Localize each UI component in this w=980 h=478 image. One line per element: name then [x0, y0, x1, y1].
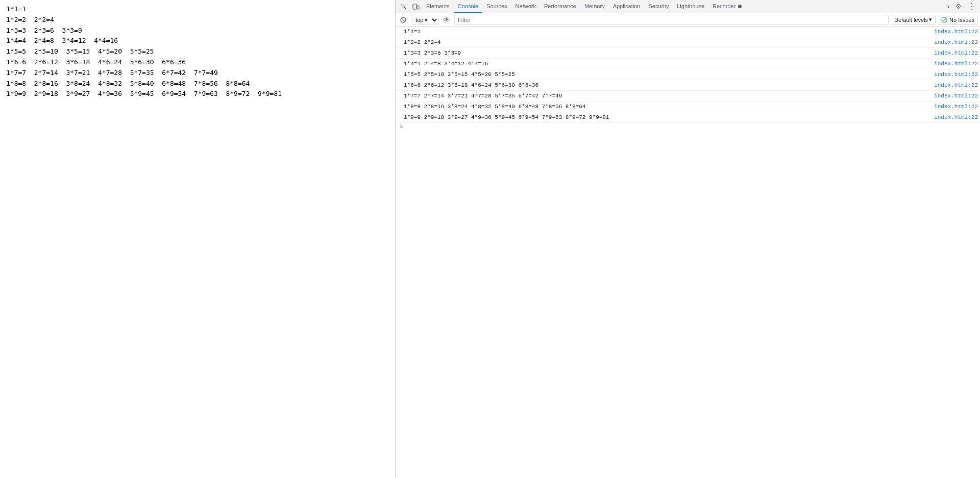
devtools-tab-console[interactable]: Console	[454, 0, 482, 13]
console-row-source[interactable]: index.html:22	[932, 102, 980, 111]
console-row-expand	[396, 81, 403, 82]
console-row: 1*6=6 2*6=12 3*6=18 4*6=24 5*6=30 6*6=36…	[396, 80, 980, 91]
page-line: 1*3=3 2*3=6 3*3=9	[6, 26, 389, 36]
console-row-text: 1*2=2 2*2=4	[403, 38, 932, 47]
console-row-text: 1*6=6 2*6=12 3*6=18 4*6=24 5*6=30 6*6=36	[403, 81, 932, 90]
console-row: 1*2=2 2*2=4index.html:22	[396, 37, 980, 48]
devtools-tab-application[interactable]: Application	[609, 0, 645, 13]
tabs-overflow-button[interactable]: »	[943, 0, 952, 13]
console-row-expand	[396, 91, 403, 92]
settings-button[interactable]: ⚙	[952, 1, 965, 13]
console-row-source[interactable]: index.html:22	[932, 81, 980, 90]
console-row-expand	[396, 38, 403, 39]
console-row-source[interactable]: index.html:22	[932, 38, 980, 47]
page-line: 1*6=6 2*6=12 3*6=18 4*6=24 5*6=30 6*6=36	[6, 57, 389, 68]
no-issues-button[interactable]: No Issues	[938, 15, 978, 25]
context-select[interactable]: top ▾	[411, 15, 439, 25]
console-row-source[interactable]: index.html:22	[932, 48, 980, 58]
console-row-source[interactable]: index.html:22	[932, 59, 980, 68]
inspect-element-button[interactable]	[398, 1, 410, 13]
devtools-tabs: ElementsConsoleSourcesNetworkPerformance…	[422, 0, 943, 13]
live-expressions-button[interactable]: 👁	[441, 14, 452, 26]
devtools-toolbar: ElementsConsoleSourcesNetworkPerformance…	[396, 0, 980, 13]
console-row-source[interactable]: index.html:22	[932, 91, 980, 100]
console-row-source[interactable]: index.html:22	[932, 113, 980, 122]
console-row-text: 1*8=8 2*8=16 3*8=24 4*8=32 5*8=40 6*8=48…	[403, 102, 932, 111]
page-line: 1*1=1	[6, 4, 389, 15]
console-row: 1*5=5 2*5=10 3*5=15 4*5=20 5*5=25index.h…	[396, 69, 980, 80]
console-row-text: 1*5=5 2*5=10 3*5=15 4*5=20 5*5=25	[403, 70, 932, 79]
console-row-expand	[396, 102, 403, 103]
check-icon	[941, 17, 947, 23]
devtools-tab-memory[interactable]: Memory	[580, 0, 609, 13]
page-line: 1*5=5 2*5=10 3*5=15 4*5=20 5*5=25	[6, 46, 389, 57]
svg-rect-2	[417, 6, 419, 9]
console-row-expand	[396, 113, 403, 114]
console-row-text: 1*3=3 2*3=6 3*3=9	[403, 48, 932, 58]
console-row: 1*8=8 2*8=16 3*8=24 4*8=32 5*8=40 6*8=48…	[396, 102, 980, 112]
console-row: 1*3=3 2*3=6 3*3=9index.html:22	[396, 48, 980, 59]
more-options-button[interactable]: ⋮	[966, 1, 978, 13]
console-row-expand	[396, 59, 403, 60]
console-output: 1*1=1index.html:221*2=2 2*2=4index.html:…	[396, 27, 980, 478]
console-row-source[interactable]: index.html:22	[932, 27, 980, 36]
svg-rect-1	[413, 4, 416, 9]
devtools-tab-recorder[interactable]: Recorder ⏺	[708, 0, 747, 13]
page-line: 1*2=2 2*2=4	[6, 15, 389, 26]
default-levels-button[interactable]: Default levels ▾	[891, 15, 936, 25]
devtools-right-icons: ⚙ ⋮	[952, 1, 978, 13]
devtools-tab-network[interactable]: Network	[511, 0, 540, 13]
devtools-panel: ElementsConsoleSourcesNetworkPerformance…	[396, 0, 980, 478]
filter-input[interactable]	[454, 15, 889, 25]
svg-line-0	[404, 7, 406, 9]
devtools-tab-lighthouse[interactable]: Lighthouse	[673, 0, 708, 13]
console-row-expand	[396, 70, 403, 71]
page-content: 1*1=11*2=2 2*2=41*3=3 2*3=6 3*3=91*4=4 2…	[0, 0, 396, 478]
svg-line-4	[402, 18, 405, 21]
devtools-tab-elements[interactable]: Elements	[422, 0, 454, 13]
console-row: 1*4=4 2*4=8 3*4=12 4*4=16index.html:22	[396, 59, 980, 69]
page-line: 1*7=7 2*7=14 3*7=21 4*7=28 5*7=35 6*7=42…	[6, 68, 389, 79]
console-row: 1*7=7 2*7=14 3*7=21 4*7=28 5*7=35 6*7=42…	[396, 91, 980, 102]
devtools-tab-security[interactable]: Security	[644, 0, 673, 13]
console-row-source[interactable]: index.html:22	[932, 70, 980, 79]
console-row: 1*1=1index.html:22	[396, 27, 980, 37]
console-row-text: 1*9=9 2*9=18 3*9=27 4*9=36 5*9=45 6*9=54…	[403, 113, 932, 122]
device-toggle-button[interactable]	[410, 1, 422, 13]
page-line: 1*8=8 2*8=16 3*8=24 4*8=32 5*8=40 6*8=48…	[6, 79, 389, 89]
clear-console-button[interactable]	[398, 14, 409, 26]
devtools-tab-performance[interactable]: Performance	[540, 0, 580, 13]
console-row-text: 1*1=1	[403, 27, 932, 36]
console-row-expand	[396, 27, 403, 28]
devtools-tab-sources[interactable]: Sources	[482, 0, 511, 13]
page-line: 1*4=4 2*4=8 3*4=12 4*4=16	[6, 36, 389, 46]
console-row: 1*9=9 2*9=18 3*9=27 4*9=36 5*9=45 6*9=54…	[396, 112, 980, 123]
console-prompt-row: >	[396, 123, 980, 131]
console-row-text: 1*7=7 2*7=14 3*7=21 4*7=28 5*7=35 6*7=42…	[403, 91, 932, 100]
console-prompt-chevron[interactable]: >	[398, 124, 405, 130]
console-row-expand	[396, 48, 403, 49]
page-line: 1*9=9 2*9=18 3*9=27 4*9=36 5*9=45 6*9=54…	[6, 89, 389, 99]
console-row-text: 1*4=4 2*4=8 3*4=12 4*4=16	[403, 59, 932, 68]
console-toolbar: top ▾ 👁 Default levels ▾ No Issues	[396, 13, 980, 27]
